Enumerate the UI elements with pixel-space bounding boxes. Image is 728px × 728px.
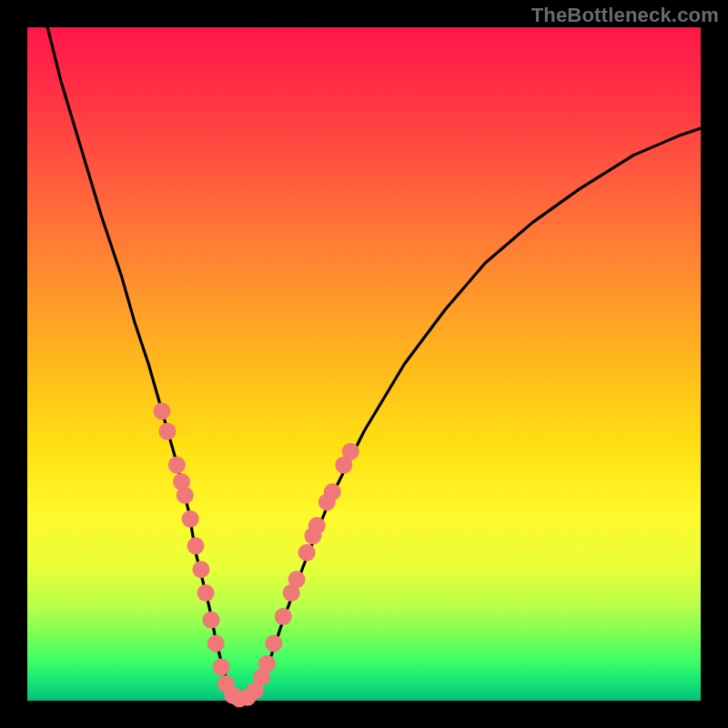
marker-dot (182, 511, 199, 528)
marker-dot (265, 635, 282, 652)
marker-dot (192, 561, 209, 578)
marker-dot (207, 635, 225, 652)
marker-dot (275, 608, 292, 625)
marker-dot (203, 612, 220, 629)
plot-area (27, 27, 701, 701)
marker-dot (288, 571, 306, 588)
marker-dot (298, 544, 316, 561)
chart-frame: TheBottleneck.com (0, 0, 728, 728)
marker-dot (308, 517, 326, 534)
curve-svg (27, 27, 701, 701)
marker-dot (168, 457, 186, 474)
marker-dot (342, 443, 359, 460)
watermark-text: TheBottleneck.com (531, 4, 719, 27)
marker-dot (324, 483, 341, 500)
marker-dot (154, 402, 171, 420)
marker-dot (177, 487, 194, 504)
marker-dot (213, 659, 230, 676)
marker-dot (187, 537, 205, 554)
marker-dot (258, 655, 276, 672)
marker-dots (154, 402, 359, 707)
marker-dot (158, 423, 176, 440)
marker-dot (197, 584, 215, 602)
bottleneck-curve (47, 27, 701, 701)
